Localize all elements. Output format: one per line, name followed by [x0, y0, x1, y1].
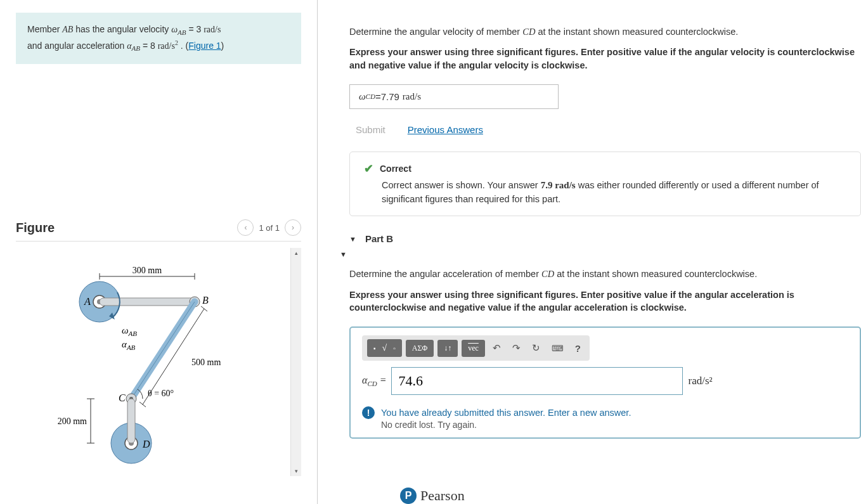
figure-title: Figure [16, 221, 55, 235]
text: Member [27, 24, 62, 34]
part-b-instructions: Express your answer using three signific… [349, 288, 861, 314]
equation-toolbar: ▪√▫ ΑΣΦ ↓↑ vec ↶ ↷ ↻ ⌨ ? [362, 335, 590, 361]
part-b-input-row: αCD = rad/s² [362, 367, 848, 395]
alpha-sym: α [127, 41, 131, 51]
submitted-answer: 7.9 rad/s [541, 180, 576, 190]
dim-bc: 500 mm [191, 358, 221, 367]
svg-rect-3 [100, 298, 195, 306]
previous-answers-link[interactable]: Previous Answers [408, 124, 483, 135]
figure-image: 300 mm 500 mm 200 mm θ = 60° A B C D [16, 248, 290, 476]
warning-icon: ! [362, 406, 375, 419]
warning-line1: You have already submitted this answer. … [381, 406, 631, 419]
pearson-footer: P Pearson [400, 488, 465, 504]
problem-statement: Member AB has the angular velocity ωAB =… [16, 13, 301, 64]
vec-button[interactable]: vec [462, 340, 485, 357]
correct-label: Correct [380, 164, 411, 174]
text: . ( [178, 41, 188, 51]
part-b-editor: ▪√▫ ΑΣΦ ↓↑ vec ↶ ↷ ↻ ⌨ ? αCD = rad/s² ! … [349, 326, 861, 438]
greek-button[interactable]: ΑΣΦ [406, 340, 434, 357]
label-b: B [202, 295, 209, 306]
label-a: A [84, 296, 91, 307]
label-c: C [119, 392, 126, 403]
pearson-logo-icon: P [400, 488, 417, 504]
omega-val: = 3 [186, 24, 204, 34]
left-panel: Member AB has the angular velocity ωAB =… [0, 0, 317, 504]
svg-text:αAB: αAB [122, 339, 136, 351]
right-panel: ▼ Determine the angular velocity of memb… [318, 0, 861, 504]
svg-rect-13 [127, 399, 135, 443]
part-a-feedback: ✔ Correct Correct answer is shown. Your … [349, 152, 861, 217]
templates-button[interactable]: ▪√▫ [367, 339, 402, 357]
theta-label: θ = 60° [148, 389, 174, 398]
pearson-brand: Pearson [420, 488, 465, 504]
figure-header: Figure ‹ 1 of 1 › [16, 219, 301, 242]
keyboard-button[interactable]: ⌨ [548, 341, 567, 356]
part-a-answer-display: ωCD = 7.79 rad/s [349, 84, 559, 109]
text: has the angular velocity [73, 24, 171, 34]
dim-cd: 200 mm [57, 417, 86, 426]
figure-scrollbar[interactable]: ▴ ▾ [290, 248, 301, 476]
label-d: D [142, 439, 150, 449]
collapse-part-a-icon[interactable]: ▼ [340, 250, 347, 258]
part-a-question: Determine the angular velocity of member… [349, 25, 861, 38]
part-b-units: rad/s² [688, 375, 712, 387]
omega-sym: ω [171, 25, 178, 34]
help-button[interactable]: ? [571, 340, 585, 356]
part-a-value: 7.79 [381, 91, 399, 102]
dim-ab: 300 mm [132, 266, 161, 275]
omega-label: ω [122, 325, 129, 335]
figure-next-button[interactable]: › [285, 219, 301, 236]
alpha-sub: AB [132, 45, 140, 53]
undo-button[interactable]: ↶ [489, 340, 505, 356]
redo-button[interactable]: ↷ [508, 340, 524, 356]
part-b-question: Determine the angular acceleration of me… [349, 268, 861, 280]
part-b-title: Part B [365, 233, 393, 244]
check-icon: ✔ [364, 162, 373, 176]
text: and angular acceleration [27, 41, 127, 51]
scroll-up-icon[interactable]: ▴ [293, 248, 300, 258]
text: ) [221, 41, 224, 51]
submit-button-disabled: Submit [349, 120, 392, 139]
collapse-part-b-icon[interactable]: ▼ [349, 235, 356, 243]
reset-button[interactable]: ↻ [528, 340, 544, 356]
svg-text:ωAB: ωAB [122, 325, 137, 337]
figure-link[interactable]: Figure 1 [188, 41, 221, 51]
figure-prev-button[interactable]: ‹ [237, 219, 254, 236]
part-a-instructions: Express your answer using three signific… [349, 46, 861, 72]
warning-line2: No credit lost. Try again. [381, 420, 631, 430]
omega-sub: AB [178, 29, 186, 36]
figure-nav: ‹ 1 of 1 › [237, 219, 301, 236]
figure-counter: 1 of 1 [259, 223, 280, 233]
figure-area: 300 mm 500 mm 200 mm θ = 60° A B C D [16, 248, 301, 476]
part-b-warning: ! You have already submitted this answer… [362, 406, 848, 429]
alpha-val: = 8 [140, 41, 158, 51]
svg-line-7 [131, 302, 195, 399]
member-label: AB [62, 25, 73, 34]
subscript-button[interactable]: ↓↑ [437, 340, 458, 357]
scroll-down-icon[interactable]: ▾ [293, 466, 300, 476]
alpha-units: rad/s2 [158, 41, 178, 51]
part-b-value-input[interactable] [391, 367, 683, 395]
omega-units: rad/s [204, 25, 221, 34]
part-b-header[interactable]: ▼ Part B [349, 226, 861, 252]
